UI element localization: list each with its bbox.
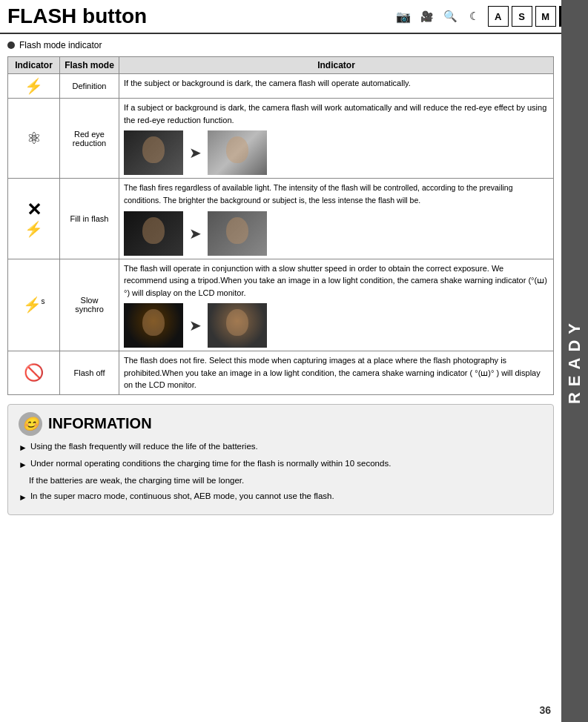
- info-item-4: In the super macro mode, continuous shot…: [30, 490, 334, 504]
- dot-icon: [7, 42, 15, 49]
- A-mode-button[interactable]: A: [488, 6, 509, 27]
- indicator-cell-redeye: ⚛: [8, 99, 60, 179]
- S-mode-button[interactable]: S: [512, 6, 532, 27]
- list-item: ► In the super macro mode, continuous sh…: [19, 490, 543, 504]
- mode-icons: 📷 🎥 🔍 ☾ A S M My1: [393, 6, 581, 27]
- indicator-cell-slow: ⚡s: [8, 259, 60, 351]
- ready-sidebar: READY: [561, 0, 588, 722]
- before-image-redeye: [124, 130, 183, 175]
- page-number: 36: [539, 704, 551, 716]
- mode-cell-definition: Definition: [60, 74, 119, 99]
- table-row: ⚛ Red eyereduction If a subject or backg…: [8, 99, 554, 179]
- slow-synchro-icon: ⚡s: [23, 297, 45, 313]
- image-pair-redeye: ➤: [124, 130, 549, 175]
- indicator-cell-definition: ⚡: [8, 74, 60, 99]
- info-icon: 😊: [19, 412, 42, 436]
- col-header-indicator1: Indicator: [8, 57, 60, 74]
- bullet-icon: ►: [19, 458, 27, 471]
- after-image-slow: [208, 303, 267, 348]
- arrow-icon: ➤: [189, 142, 202, 164]
- section-label: Flash mode indicator: [7, 40, 554, 50]
- before-image-fill: [124, 211, 183, 256]
- info-list-2: ► In the super macro mode, continuous sh…: [19, 490, 543, 504]
- desc-cell-slow: The flash will operate in conjunction wi…: [119, 259, 554, 351]
- info-item-2: Under normal operating conditions the ch…: [30, 457, 391, 471]
- list-item: ► Using the flash frequently will reduce…: [19, 440, 543, 454]
- before-image-slow: [124, 303, 183, 348]
- camera-icon: 📷: [393, 6, 414, 27]
- after-image-redeye: [208, 130, 267, 175]
- flash-off-icon: 🚫: [24, 363, 44, 382]
- desc-cell-redeye: If a subject or background is dark, the …: [119, 99, 554, 179]
- info-list: ► Using the flash frequently will reduce…: [19, 440, 543, 471]
- flash-mode-table: Indicator Flash mode Indicator ⚡ Definit…: [7, 56, 554, 395]
- arrow-icon: ➤: [189, 222, 202, 245]
- fill-flash-bolt: ⚡: [24, 221, 43, 237]
- ready-label: READY: [565, 317, 584, 404]
- col-header-indicator2: Indicator: [119, 57, 554, 74]
- mode-cell-slow: Slowsynchro: [60, 259, 119, 351]
- col-header-mode: Flash mode: [60, 57, 119, 74]
- information-box: 😊 INFORMATION ► Using the flash frequent…: [7, 404, 554, 515]
- after-image-fill: [208, 211, 267, 256]
- arrow-icon: ➤: [189, 314, 202, 337]
- magnifier-icon: 🔍: [440, 6, 461, 27]
- indicator-cell-flashoff: 🚫: [8, 351, 60, 395]
- mode-cell-flashoff: Flash off: [60, 351, 119, 395]
- info-title: INFORMATION: [48, 415, 152, 432]
- table-row: ⚡s Slowsynchro The flash will operate in…: [8, 259, 554, 351]
- desc-cell-fill: The flash fires regardless of available …: [119, 179, 554, 259]
- desc-cell-flashoff: The flash does not fire. Select this mod…: [119, 351, 554, 395]
- auto-flash-icon: ⚡: [24, 78, 43, 94]
- info-header: 😊 INFORMATION: [19, 412, 543, 436]
- fill-flash-icon: ✕: [27, 199, 42, 219]
- page-header: FLASH button 📷 🎥 🔍 ☾ A S M My1: [0, 0, 588, 34]
- video-icon: 🎥: [417, 6, 437, 27]
- red-eye-icon: ⚛: [27, 129, 42, 148]
- M-mode-button[interactable]: M: [535, 6, 556, 27]
- moon-icon: ☾: [464, 6, 485, 27]
- table-row: ⚡ Definition If the subject or backgroun…: [8, 74, 554, 99]
- section-label-text: Flash mode indicator: [19, 40, 102, 50]
- mode-cell-fill: Fill in flash: [60, 179, 119, 259]
- list-item: ► Under normal operating conditions the …: [19, 457, 543, 471]
- main-content: Flash mode indicator Indicator Flash mod…: [0, 34, 588, 521]
- bullet-icon: ►: [19, 441, 27, 454]
- info-plain-text: If the batteries are weak, the charging …: [29, 474, 543, 487]
- indicator-cell-fill: ✕ ⚡: [8, 179, 60, 259]
- desc-cell-definition: If the subject or background is dark, th…: [119, 74, 554, 99]
- table-row: 🚫 Flash off The flash does not fire. Sel…: [8, 351, 554, 395]
- info-item-1: Using the flash frequently will reduce t…: [30, 440, 258, 454]
- image-pair-slow: ➤: [124, 303, 549, 348]
- bullet-icon: ►: [19, 491, 27, 504]
- image-pair-fill: ➤: [124, 211, 549, 256]
- page-title: FLASH button: [7, 4, 147, 28]
- table-row: ✕ ⚡ Fill in flash The flash fires regard…: [8, 179, 554, 259]
- mode-cell-redeye: Red eyereduction: [60, 99, 119, 179]
